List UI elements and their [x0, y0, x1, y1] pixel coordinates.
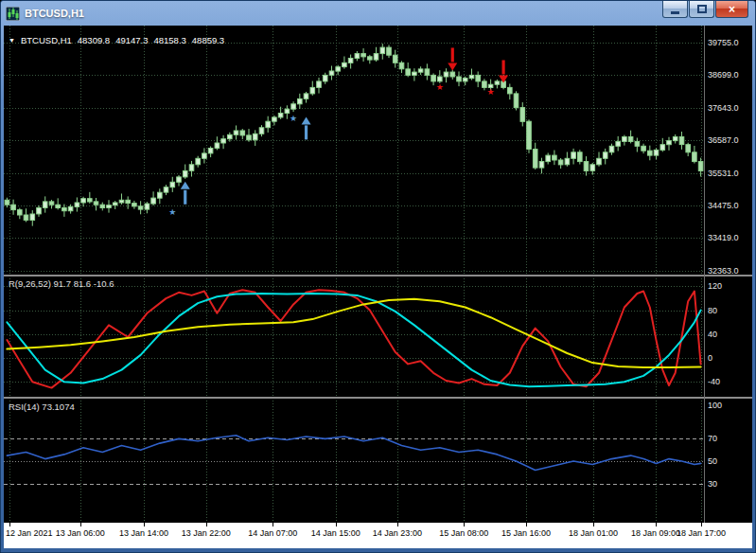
- candle: [164, 187, 168, 192]
- candle: [686, 145, 691, 152]
- close-icon: ×: [729, 4, 735, 15]
- oscillator-lines[interactable]: [7, 290, 700, 387]
- candle: [463, 79, 467, 81]
- rsi-line[interactable]: [7, 436, 700, 471]
- candle: [138, 206, 143, 209]
- sell-arrow-marker[interactable]: [499, 75, 508, 82]
- time-axis-label: 13 Jan 22:00: [182, 528, 231, 538]
- candle: [623, 137, 627, 142]
- maximize-button[interactable]: [689, 1, 714, 18]
- rsi-line-layer[interactable]: [7, 436, 700, 471]
- candle: [438, 77, 443, 81]
- candle: [126, 200, 131, 203]
- candle: [234, 131, 238, 134]
- oscillator-label: R(9,26,52) 91.7 81.6 -10.6: [9, 278, 114, 289]
- time-axis-label: 14 Jan 23:00: [373, 528, 422, 538]
- candle: [43, 202, 47, 208]
- minimize-button[interactable]: [662, 1, 688, 18]
- price-axis-label: 37643.0: [708, 103, 739, 113]
- candlesticks[interactable]: [5, 44, 703, 226]
- quote-bar: ▼ BTCUSD,H1 48309.8 49147.3 48158.3 4885…: [9, 35, 224, 45]
- chart-dropdown-icon[interactable]: ▼: [9, 37, 15, 44]
- time-axis-label: 14 Jan 15:00: [311, 528, 360, 538]
- time-axis-label: 15 Jan 16:00: [501, 528, 551, 538]
- candle: [30, 214, 35, 221]
- time-axis-label: 18 Jan 01:00: [569, 528, 618, 538]
- candle: [285, 109, 290, 113]
- candle: [215, 143, 220, 148]
- candle: [18, 210, 23, 215]
- candle: [539, 162, 544, 169]
- candle: [558, 160, 563, 165]
- price-axis-label: 33419.0: [708, 233, 739, 242]
- candle: [673, 137, 677, 141]
- osc-axis-label: 80: [708, 306, 717, 315]
- price-axis-label: 36587.0: [708, 135, 739, 145]
- candle: [450, 72, 455, 77]
- candle: [508, 87, 513, 94]
- candle: [520, 108, 525, 122]
- buy-arrow-marker[interactable]: [302, 116, 311, 124]
- rsi-axis-label: 100: [708, 401, 722, 410]
- window-titlebar[interactable]: BTCUSD,H1 ×: [4, 1, 752, 26]
- candle: [317, 81, 322, 88]
- candle: [444, 72, 448, 77]
- candle: [609, 146, 614, 152]
- close-button[interactable]: ×: [715, 1, 748, 18]
- candle: [113, 203, 117, 205]
- candle: [202, 153, 207, 158]
- candle: [100, 205, 105, 207]
- osc-axis-label: 120: [708, 281, 722, 291]
- sell-arrow-marker[interactable]: [448, 62, 457, 70]
- time-axis-label: 13 Jan 14:00: [119, 528, 168, 538]
- minimize-icon: [671, 11, 679, 14]
- candle: [355, 54, 360, 59]
- quote-open: 48309.8: [78, 35, 110, 45]
- osc-fast-line[interactable]: [7, 290, 700, 387]
- quote-high: 49147.3: [115, 35, 148, 45]
- buy-star-marker[interactable]: ★: [290, 114, 297, 123]
- candle: [228, 134, 233, 138]
- panel-separator[interactable]: [4, 275, 752, 276]
- rsi-axis-label: 70: [708, 434, 717, 443]
- candle: [578, 152, 583, 162]
- candle: [603, 152, 607, 159]
- candle: [527, 121, 532, 149]
- candle: [221, 139, 226, 143]
- osc-axis-label: 0: [708, 353, 712, 363]
- candle: [553, 155, 557, 160]
- candle: [253, 134, 257, 140]
- axis-labels: 39755.038699.037643.036587.035531.034475…: [6, 38, 739, 538]
- candle: [24, 215, 28, 220]
- candle: [648, 151, 653, 155]
- candle: [196, 158, 201, 165]
- candle: [336, 67, 341, 71]
- candle: [247, 135, 252, 140]
- candle: [514, 94, 519, 108]
- candle: [266, 121, 271, 128]
- buy-arrow-marker[interactable]: [181, 182, 190, 189]
- rsi-label: RSI(14) 73.1074: [9, 401, 75, 412]
- rsi-axis-label: 50: [708, 456, 717, 466]
- sell-star-marker[interactable]: ★: [487, 87, 495, 97]
- candle: [698, 162, 703, 171]
- chart-canvas[interactable]: ★★★★39755.038699.037643.036587.035531.03…: [4, 26, 752, 548]
- candle: [310, 87, 315, 94]
- candle: [329, 71, 334, 75]
- candle: [431, 75, 436, 81]
- price-axis-label: 34475.0: [708, 201, 739, 210]
- maximize-icon: [697, 5, 707, 13]
- osc-slow-line[interactable]: [7, 299, 700, 367]
- candle: [151, 198, 156, 204]
- candle: [628, 137, 633, 142]
- candle: [208, 149, 213, 153]
- candle: [635, 141, 640, 146]
- grid-layer: [4, 26, 704, 523]
- candle: [399, 62, 404, 69]
- buy-star-marker[interactable]: ★: [168, 207, 176, 217]
- sell-star-marker[interactable]: ★: [436, 82, 444, 92]
- candle: [483, 81, 487, 88]
- candle: [495, 81, 500, 84]
- candle: [393, 55, 397, 62]
- panel-separator[interactable]: [4, 397, 752, 399]
